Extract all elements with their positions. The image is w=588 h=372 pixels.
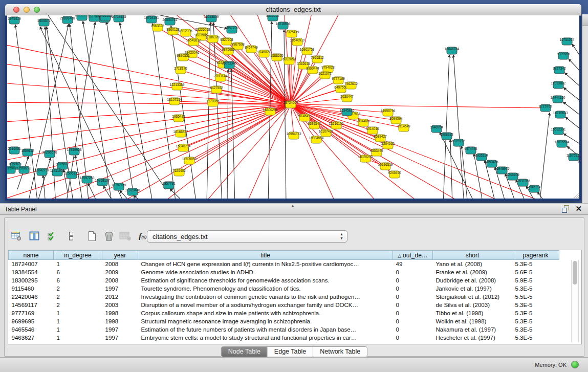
cell-title[interactable]: Changes of HCN gene expression and I(f) … — [138, 260, 393, 268]
cell-pagerank[interactable]: 5.3E-5 — [512, 334, 559, 342]
cell-title[interactable]: Investigating the contribution of common… — [138, 293, 393, 301]
network-node[interactable]: 18640910 — [290, 38, 305, 46]
cell-pagerank[interactable]: 5.6E-5 — [512, 268, 559, 276]
cell-pagerank[interactable]: 5.3E-5 — [512, 317, 559, 325]
network-node[interactable]: 6497568 — [334, 85, 347, 93]
network-node[interactable]: 8912935 — [179, 29, 192, 37]
network-node[interactable]: 9857791 — [162, 182, 176, 189]
column-header-year[interactable]: year — [102, 251, 138, 260]
cell-name[interactable]: 9115460 — [9, 285, 54, 293]
network-node[interactable]: 6466163 — [99, 15, 112, 21]
network-node[interactable]: 1640954 — [430, 125, 443, 133]
network-node[interactable]: 20206576 — [42, 150, 57, 158]
network-node[interactable]: 16033809 — [204, 15, 219, 22]
table-options-icon[interactable] — [10, 229, 23, 243]
cell-in_degree[interactable]: 1 — [54, 317, 102, 325]
network-node[interactable]: 16089250 — [358, 155, 373, 163]
cell-short[interactable]: Stergiakouli et al. (2012) — [433, 293, 512, 301]
cell-pagerank[interactable]: 5.3E-5 — [512, 285, 559, 293]
network-node[interactable]: 19218506 — [276, 22, 291, 30]
network-node[interactable]: 20534751 — [163, 18, 178, 26]
network-node[interactable]: 9990444 — [306, 67, 319, 74]
new-table-icon[interactable] — [85, 229, 98, 243]
cell-year[interactable]: 2012 — [102, 293, 138, 301]
network-node[interactable]: 12325419 — [285, 30, 299, 38]
cell-pagerank[interactable]: 5.3E-5 — [512, 325, 559, 334]
cell-short[interactable]: Tibbo et al. (1998) — [433, 309, 512, 317]
network-node[interactable]: 10196519 — [378, 163, 393, 170]
cell-title[interactable]: Structural magnetic resonance image aver… — [138, 317, 393, 325]
network-node[interactable]: 2803144 — [214, 74, 227, 82]
column-checklist-icon[interactable] — [45, 229, 58, 243]
cell-year[interactable]: 1998 — [102, 317, 138, 325]
row-selector-icon[interactable] — [64, 229, 78, 243]
close-panel-icon[interactable]: ✕ — [575, 205, 582, 212]
cell-in_degree[interactable]: 1 — [54, 334, 102, 342]
cell-pagerank[interactable]: 5.5E-5 — [512, 293, 559, 301]
cell-pagerank[interactable]: 5.3E-5 — [512, 260, 559, 268]
cell-out_degree[interactable]: 0 — [393, 334, 433, 342]
network-node[interactable]: 7963822 — [151, 24, 164, 32]
cell-short[interactable]: Yano et al. (2008) — [433, 260, 512, 268]
cell-short[interactable]: de Silva et al. (2003) — [433, 301, 512, 309]
cell-year[interactable]: 1997 — [102, 325, 138, 334]
network-node[interactable]: 9890551 — [177, 54, 190, 61]
cell-out_degree[interactable]: 0 — [393, 293, 433, 301]
cell-title[interactable]: Genome-wide association studies in ADHD. — [138, 268, 393, 276]
network-node[interactable]: 11451900 — [50, 169, 65, 177]
table-row[interactable]: 946554611997Estimation of the future num… — [9, 325, 559, 334]
network-node[interactable]: 16543812 — [186, 38, 201, 46]
network-node[interactable]: 7462610 — [344, 82, 358, 90]
cell-pagerank[interactable]: 5.9E-5 — [512, 276, 559, 285]
cell-in_degree[interactable]: 6 — [54, 268, 102, 276]
network-canvas[interactable]: 1872400779638228960128891293523226058982… — [7, 15, 579, 199]
cell-title[interactable]: Embryonic stem cells: a model to study s… — [138, 334, 393, 342]
cell-short[interactable]: Jankovic et al. (1997) — [433, 285, 512, 293]
network-node[interactable]: 14958796 — [381, 109, 396, 117]
cell-out_degree[interactable]: 0 — [393, 317, 433, 325]
network-node[interactable]: 17959928 — [67, 148, 82, 156]
splitter-handle-icon[interactable]: ▴ — [292, 203, 294, 208]
cell-in_degree[interactable]: 2 — [54, 301, 102, 309]
network-node[interactable]: 2036447 — [340, 95, 354, 102]
network-node[interactable]: 1975419 — [8, 17, 21, 25]
cell-name[interactable]: 22420046 — [9, 293, 54, 301]
table-row[interactable]: 1830029562008Estimation of significance … — [9, 276, 559, 285]
table-row[interactable]: 911546021997Tourette syndrome. Phenomeno… — [9, 285, 559, 293]
cell-out_degree[interactable]: 0 — [393, 285, 433, 293]
cell-name[interactable]: 9699695 — [9, 317, 54, 325]
network-node[interactable]: 9539547 — [308, 122, 321, 129]
network-node[interactable]: 8454749 — [245, 46, 258, 53]
table-row[interactable]: 946362711997Embryonic stem cells: a mode… — [9, 334, 559, 342]
cell-name[interactable]: 19384554 — [9, 268, 54, 276]
cell-out_degree[interactable]: 0 — [393, 301, 433, 309]
column-header-name[interactable]: name — [9, 251, 54, 260]
cell-out_degree[interactable]: 0 — [393, 268, 433, 276]
network-node[interactable]: 8938923 — [440, 133, 453, 140]
table-selector-dropdown[interactable]: citations_edges.txt ▲▼ — [147, 230, 347, 243]
cell-name[interactable]: 9777169 — [9, 309, 54, 317]
network-node[interactable]: 16961758 — [300, 48, 315, 55]
cell-in_degree[interactable]: 2 — [54, 293, 102, 301]
network-node[interactable]: 8099594 — [389, 117, 403, 124]
cell-year[interactable]: 1998 — [102, 309, 138, 317]
network-node[interactable]: 8427552 — [210, 86, 223, 94]
network-node[interactable]: 10944062 — [356, 119, 371, 127]
cell-out_degree[interactable]: 0 — [393, 276, 433, 285]
table-row[interactable]: 1938455462009Genome-wide association stu… — [9, 268, 559, 276]
network-node[interactable]: 6179197 — [452, 139, 465, 147]
network-node[interactable]: 19754191 — [144, 16, 159, 24]
network-node[interactable]: 1014016 — [366, 127, 379, 135]
network-node[interactable]: 2616051 — [8, 147, 21, 155]
cell-year[interactable]: 2008 — [102, 276, 138, 285]
network-node[interactable]: 16782759 — [112, 183, 126, 191]
network-node[interactable]: 16648784 — [445, 47, 460, 55]
table-row[interactable]: 969969511998Structural magnetic resonanc… — [9, 317, 559, 325]
network-node[interactable]: 10719155 — [112, 15, 126, 22]
cell-year[interactable]: 2008 — [102, 260, 138, 268]
network-node[interactable]: 1588520 — [270, 54, 284, 61]
network-node[interactable]: 9777169 — [332, 77, 345, 84]
cell-short[interactable]: Franke et al. (2009) — [433, 268, 512, 276]
network-node[interactable]: 16954373 — [287, 132, 301, 140]
network-node[interactable]: 7857223 — [225, 26, 238, 34]
